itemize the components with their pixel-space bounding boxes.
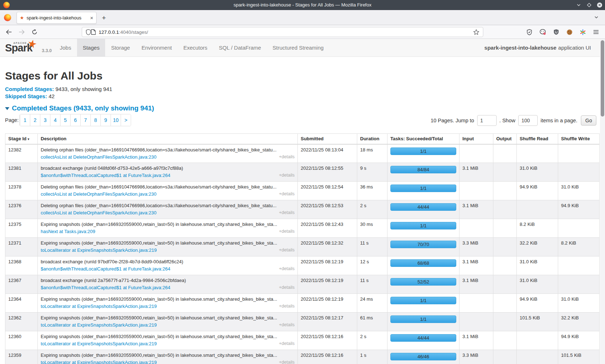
stage-detail-link[interactable]: toLocalIterator at ExpireSnapshotsSparkA… bbox=[41, 304, 157, 309]
details-toggle[interactable]: +details bbox=[279, 210, 295, 215]
details-toggle[interactable]: +details bbox=[279, 360, 295, 364]
tab-close-icon[interactable]: × bbox=[90, 15, 93, 21]
column-header[interactable]: Shuffle Write bbox=[558, 134, 600, 144]
spark-nav-tab[interactable]: Structured Streaming bbox=[267, 39, 330, 56]
page-number-button[interactable]: 8 bbox=[90, 114, 100, 126]
stage-detail-link[interactable]: toLocalIterator at ExpireSnapshotsSparkA… bbox=[41, 322, 157, 328]
input-cell: 3.1 MiB bbox=[460, 275, 493, 294]
ublock-shield-icon[interactable] bbox=[552, 28, 560, 36]
skipped-stages-stat: Skipped Stages: 42 bbox=[5, 93, 55, 99]
page-number-button[interactable]: 6 bbox=[70, 114, 80, 126]
column-header[interactable]: Tasks: Succeeded/Total bbox=[387, 134, 460, 144]
spark-nav-tab[interactable]: Environment bbox=[136, 39, 178, 56]
stage-id-cell: 12362 bbox=[5, 313, 38, 331]
firefox-icon[interactable] bbox=[4, 14, 11, 21]
stage-detail-link[interactable]: toLocalIterator at ExpireSnapshotsSparkA… bbox=[41, 341, 157, 346]
column-header-label: Description bbox=[41, 136, 67, 141]
privacy-shield-check-icon[interactable] bbox=[525, 28, 534, 36]
menu-hamburger-icon[interactable] bbox=[592, 28, 600, 36]
stage-row: 12378 Deleting orphan files (older_than=… bbox=[5, 182, 600, 200]
stage-detail-link[interactable]: collectAsList at DeleteOrphanFilesSparkA… bbox=[41, 191, 157, 197]
items-per-page-input[interactable] bbox=[518, 115, 538, 126]
column-header[interactable]: Duration bbox=[357, 134, 387, 144]
details-toggle[interactable]: +details bbox=[279, 285, 295, 290]
browser-tab[interactable]: ★ spark-ingest-into-lakehous × bbox=[17, 12, 97, 24]
forward-button[interactable] bbox=[17, 28, 26, 36]
scrollbar-thumb[interactable] bbox=[601, 40, 604, 117]
details-toggle[interactable]: +details bbox=[279, 247, 295, 253]
spark-nav-tab[interactable]: SQL / DataFrame bbox=[213, 39, 267, 56]
minimize-button[interactable] bbox=[575, 2, 582, 8]
page-number-button[interactable]: 1 bbox=[20, 114, 30, 126]
spark-nav-tab[interactable]: Jobs bbox=[54, 39, 77, 56]
tasks-cell: 1/1 bbox=[387, 182, 460, 200]
column-header[interactable]: Stage Id▾ bbox=[5, 134, 38, 144]
page-scrollbar[interactable] bbox=[600, 39, 605, 364]
page-number-button[interactable]: 7 bbox=[80, 114, 90, 126]
completed-stages-section-toggle[interactable]: Completed Stages (9433, only showing 941… bbox=[5, 104, 154, 112]
column-header[interactable]: Shuffle Read bbox=[517, 134, 558, 144]
back-button[interactable] bbox=[4, 28, 13, 36]
page-number-button[interactable]: 10 bbox=[111, 114, 121, 126]
spark-nav-tab[interactable]: Executors bbox=[178, 39, 213, 56]
new-tab-button[interactable]: + bbox=[102, 14, 106, 21]
details-toggle[interactable]: +details bbox=[279, 191, 295, 197]
maximize-button[interactable] bbox=[586, 2, 592, 8]
asterisk-extension-icon[interactable] bbox=[578, 28, 587, 36]
mask-extension-icon[interactable] bbox=[538, 28, 547, 36]
spark-nav-tabs: Jobs Stages Storage Environment Executor… bbox=[54, 39, 330, 56]
skipped-stages-link[interactable]: Skipped Stages: bbox=[5, 93, 47, 99]
reload-button[interactable] bbox=[30, 28, 39, 36]
stage-detail-link[interactable]: collectAsList at DeleteOrphanFilesSparkA… bbox=[41, 210, 157, 215]
shuffle-read-cell: 101.5 KiB bbox=[517, 313, 558, 331]
url-bar[interactable]: 127.0.0.1:4040/stages/ bbox=[82, 27, 483, 37]
jump-to-page-input[interactable] bbox=[477, 115, 497, 126]
go-button[interactable]: Go bbox=[581, 115, 596, 126]
column-header[interactable]: Submitted bbox=[298, 134, 357, 144]
cookie-extension-icon[interactable] bbox=[565, 28, 574, 36]
shuffle-write-cell: 32.2 KiB bbox=[558, 313, 600, 331]
stage-description: Deleting orphan files (older_than=166910… bbox=[41, 184, 295, 190]
details-toggle[interactable]: +details bbox=[279, 173, 295, 178]
column-header-label: Tasks: Succeeded/Total bbox=[390, 136, 443, 141]
column-header[interactable]: Input bbox=[460, 134, 493, 144]
spark-nav-tab-label: Executors bbox=[183, 45, 207, 51]
spark-nav-tab[interactable]: Storage bbox=[105, 39, 136, 56]
window-titlebar: spark-ingest-into-lakehouse - Stages for… bbox=[0, 0, 605, 10]
bookmark-star-icon[interactable] bbox=[473, 29, 479, 35]
details-toggle[interactable]: +details bbox=[279, 266, 295, 272]
page-number-button[interactable]: 9 bbox=[100, 114, 111, 126]
details-toggle[interactable]: +details bbox=[279, 322, 295, 328]
page-info-icon[interactable] bbox=[91, 29, 96, 35]
completed-stages-link[interactable]: Completed Stages: bbox=[5, 86, 54, 92]
output-cell bbox=[493, 331, 517, 350]
page-number-button[interactable]: > bbox=[121, 114, 131, 126]
page-number-button[interactable]: 5 bbox=[60, 114, 70, 126]
close-button[interactable] bbox=[596, 2, 603, 8]
list-all-tabs-icon[interactable] bbox=[594, 15, 599, 20]
stage-detail-link[interactable]: toLocalIterator at ExpireSnapshotsSparkA… bbox=[41, 360, 157, 364]
stage-detail-link[interactable]: toLocalIterator at ExpireSnapshotsSparkA… bbox=[41, 247, 157, 253]
spark-nav-tab[interactable]: Stages bbox=[77, 39, 106, 56]
stage-detail-link[interactable]: collectAsList at DeleteOrphanFilesSparkA… bbox=[41, 154, 157, 160]
details-toggle[interactable]: +details bbox=[279, 154, 295, 160]
duration-cell: 2 s bbox=[357, 200, 387, 219]
stage-detail-link[interactable]: $anonfun$withThreadLocalCaptured$1 at Fu… bbox=[41, 173, 170, 178]
stage-detail-link[interactable]: $anonfun$withThreadLocalCaptured$1 at Fu… bbox=[41, 266, 170, 272]
details-toggle[interactable]: +details bbox=[279, 229, 295, 234]
tasks-cell: 1/1 bbox=[387, 313, 460, 331]
page-number-button[interactable]: 2 bbox=[30, 114, 40, 126]
page-number-button[interactable]: 3 bbox=[40, 114, 50, 126]
tasks-progress-bar: 1/1 bbox=[390, 297, 456, 304]
stage-detail-link[interactable]: $anonfun$withThreadLocalCaptured$1 at Fu… bbox=[41, 285, 170, 290]
details-toggle[interactable]: +details bbox=[279, 341, 295, 346]
page-number-button[interactable]: 4 bbox=[50, 114, 60, 126]
column-header[interactable]: Output bbox=[493, 134, 517, 144]
stage-detail-link[interactable]: hasNext at Tasks.java:209 bbox=[41, 229, 95, 234]
completed-stages-stat: Completed Stages: 9433, only showing 941 bbox=[5, 86, 112, 92]
spark-logo[interactable]: APACHE Spark ★ bbox=[5, 40, 40, 56]
details-toggle[interactable]: +details bbox=[279, 304, 295, 309]
column-header[interactable]: Description bbox=[38, 134, 298, 144]
shield-icon[interactable] bbox=[86, 29, 91, 35]
tasks-progress-bar: 68/68 bbox=[390, 259, 456, 267]
